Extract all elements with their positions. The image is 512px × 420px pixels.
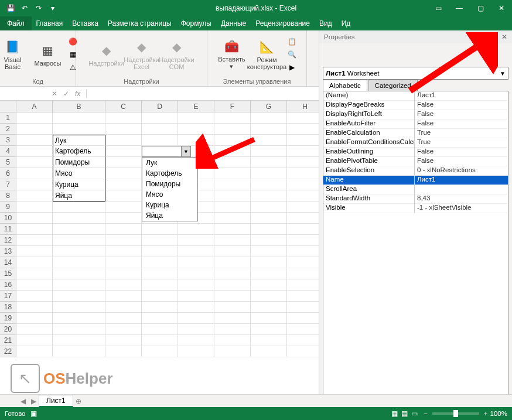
row-header[interactable]: 4 xyxy=(0,146,16,157)
close-icon[interactable]: ✕ xyxy=(491,0,512,16)
tab-review[interactable]: Рецензирование xyxy=(251,16,315,30)
cell[interactable] xyxy=(53,112,105,124)
ribbon-options-icon[interactable]: ▭ xyxy=(428,0,449,16)
cell[interactable] xyxy=(251,112,287,124)
cell[interactable] xyxy=(251,213,287,224)
dropdown-item[interactable]: Мясо xyxy=(142,189,197,200)
addins-com-button[interactable]: ◆Надстройки COM xyxy=(161,39,193,70)
row-header[interactable]: 15 xyxy=(0,268,16,279)
cell[interactable] xyxy=(142,268,178,279)
design-mode-button[interactable]: 📐Режим конструктора xyxy=(251,39,283,70)
row-header[interactable]: 13 xyxy=(0,246,16,257)
cell[interactable] xyxy=(53,213,105,224)
cell[interactable] xyxy=(214,291,251,302)
cell[interactable] xyxy=(16,346,53,357)
tab-cut[interactable]: Ид xyxy=(337,16,356,30)
property-value[interactable]: 8,43 xyxy=(415,194,508,204)
property-row[interactable]: EnableFormatConditionsCalculatTrue xyxy=(323,138,508,148)
property-row[interactable]: DisplayRightToLeftFalse xyxy=(323,110,508,119)
dropdown-item[interactable]: Картофель xyxy=(142,168,197,179)
tab-view[interactable]: Вид xyxy=(315,16,337,30)
close-properties-icon[interactable]: ✕ xyxy=(501,33,507,41)
cell[interactable] xyxy=(214,235,251,246)
cell[interactable] xyxy=(16,135,53,146)
row-header[interactable]: 11 xyxy=(0,224,16,235)
cell[interactable] xyxy=(53,335,105,346)
cell[interactable] xyxy=(16,279,53,291)
cell[interactable] xyxy=(16,313,53,324)
cell[interactable] xyxy=(178,112,214,124)
confirm-fx-icon[interactable]: ✓ xyxy=(63,90,69,98)
cell[interactable]: Картофель xyxy=(53,146,105,157)
property-value[interactable]: Лист1 xyxy=(415,91,508,101)
tab-alphabetic[interactable]: Alphabetic xyxy=(323,80,367,91)
cell[interactable] xyxy=(16,146,53,157)
cell[interactable] xyxy=(251,246,287,257)
cell[interactable] xyxy=(251,235,287,246)
row-header[interactable]: 22 xyxy=(0,346,16,357)
cell[interactable] xyxy=(53,324,105,335)
addins-button[interactable]: ◆Надстройки xyxy=(91,42,122,67)
addins-excel-button[interactable]: ◆Надстройки Excel xyxy=(126,39,158,70)
property-value[interactable]: True xyxy=(415,129,508,138)
cell[interactable] xyxy=(178,346,214,357)
cell[interactable] xyxy=(142,246,178,257)
cell[interactable] xyxy=(214,313,251,324)
col-header[interactable]: F xyxy=(214,101,251,112)
property-value[interactable]: False xyxy=(415,157,508,166)
col-header[interactable]: A xyxy=(16,101,53,112)
zoom-slider[interactable] xyxy=(432,412,479,415)
cell[interactable] xyxy=(178,224,214,235)
cell[interactable] xyxy=(214,335,251,346)
cell[interactable] xyxy=(251,124,287,135)
tab-data[interactable]: Данные xyxy=(216,16,251,30)
cell[interactable] xyxy=(214,268,251,279)
dropdown-item[interactable]: Лук xyxy=(142,158,197,168)
cell[interactable] xyxy=(142,135,178,146)
cell[interactable] xyxy=(53,346,105,357)
cell[interactable] xyxy=(287,335,323,346)
cell[interactable] xyxy=(178,124,214,135)
cell[interactable] xyxy=(214,346,251,357)
cell[interactable]: Помидоры xyxy=(53,157,105,168)
cell[interactable] xyxy=(142,279,178,291)
col-header[interactable]: B xyxy=(53,101,105,112)
property-value[interactable]: True xyxy=(415,138,508,148)
cell[interactable] xyxy=(105,157,142,168)
row-header[interactable]: 17 xyxy=(0,291,16,302)
row-header[interactable]: 20 xyxy=(0,324,16,335)
col-header[interactable]: G xyxy=(251,101,287,112)
cell[interactable] xyxy=(287,257,323,268)
undo-icon[interactable]: ↶ xyxy=(20,4,29,13)
cell[interactable] xyxy=(105,335,142,346)
cell[interactable] xyxy=(287,291,323,302)
cell[interactable] xyxy=(251,268,287,279)
zoom-level[interactable]: 100% xyxy=(490,410,507,417)
cell[interactable] xyxy=(178,324,214,335)
cell[interactable] xyxy=(287,235,323,246)
cell[interactable] xyxy=(105,279,142,291)
row-header[interactable]: 19 xyxy=(0,313,16,324)
property-value[interactable]: -1 - xlSheetVisible xyxy=(415,204,508,213)
cell[interactable] xyxy=(105,146,142,157)
cell[interactable] xyxy=(53,291,105,302)
cell[interactable] xyxy=(105,268,142,279)
tab-home[interactable]: Главная xyxy=(32,16,68,30)
cell[interactable] xyxy=(105,324,142,335)
cell[interactable] xyxy=(251,179,287,190)
cell[interactable] xyxy=(251,146,287,157)
cell[interactable] xyxy=(16,324,53,335)
tab-formulas[interactable]: Формулы xyxy=(176,16,216,30)
cell[interactable] xyxy=(287,213,323,224)
cell[interactable] xyxy=(287,124,323,135)
cell[interactable] xyxy=(178,302,214,313)
cell[interactable] xyxy=(142,224,178,235)
cell[interactable] xyxy=(105,168,142,179)
cell[interactable] xyxy=(214,179,251,190)
insert-control-button[interactable]: 🧰Вставить▾ xyxy=(216,38,248,70)
cell[interactable] xyxy=(105,124,142,135)
cell[interactable] xyxy=(178,235,214,246)
cell[interactable] xyxy=(142,112,178,124)
properties-icon[interactable]: 📋 xyxy=(286,36,298,47)
cell[interactable] xyxy=(16,257,53,268)
